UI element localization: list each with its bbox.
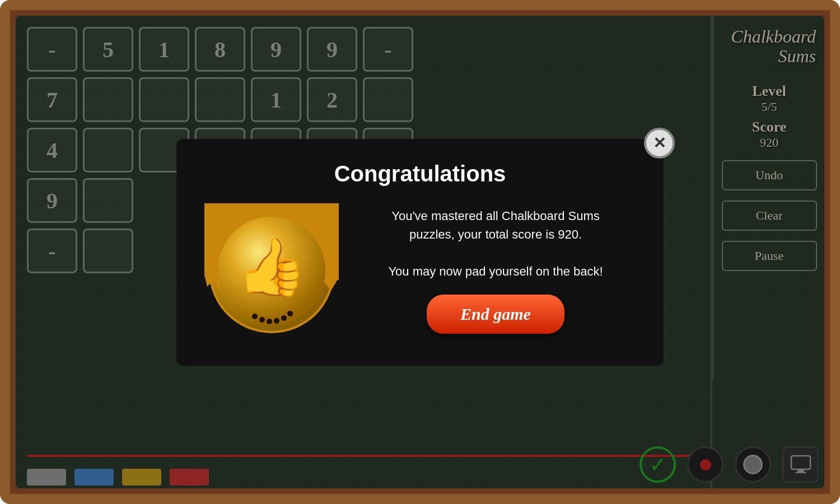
modal-close-button[interactable]: ✕ [644, 128, 675, 158]
svg-point-11 [274, 318, 279, 324]
modal-message: You've mastered all Chalkboard Sums puzz… [356, 207, 636, 281]
outer-frame: Chalkboard Sums Level 5/5 Score 920 Undo… [0, 0, 840, 504]
svg-point-8 [252, 314, 258, 319]
medal-svg: 👍 [204, 203, 339, 338]
svg-text:👍: 👍 [237, 234, 307, 300]
svg-point-12 [281, 315, 287, 321]
svg-point-9 [259, 317, 265, 323]
chalkboard: Chalkboard Sums Level 5/5 Score 920 Undo… [16, 16, 824, 488]
modal-title: Congratulations [204, 161, 636, 186]
svg-point-13 [287, 311, 293, 316]
modal-text: You've mastered all Chalkboard Sums puzz… [356, 207, 636, 334]
modal-body: 👍 You've mastered a [204, 203, 636, 338]
end-game-button[interactable]: End game [427, 295, 564, 334]
medal-container: 👍 [204, 203, 339, 338]
congratulations-modal: ✕ Congratulations [176, 139, 664, 366]
svg-point-10 [267, 319, 272, 324]
modal-overlay: ✕ Congratulations [16, 16, 824, 488]
